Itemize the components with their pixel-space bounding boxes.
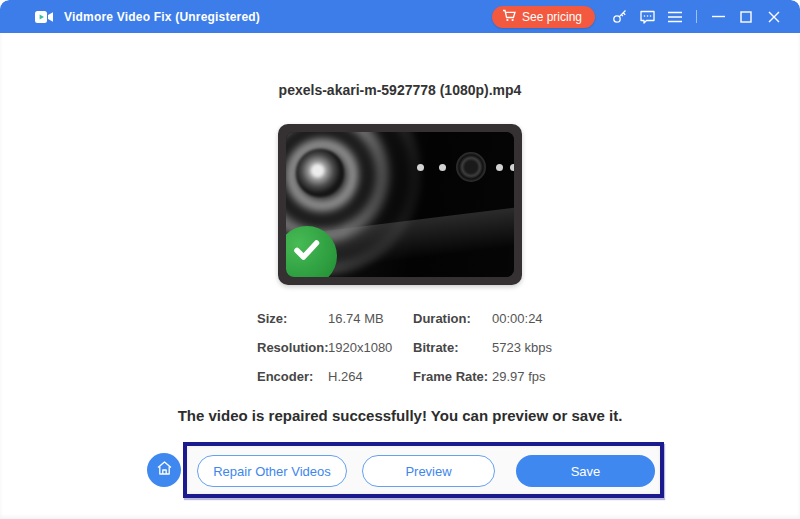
maximize-button[interactable]	[732, 5, 760, 29]
cart-icon	[502, 9, 516, 25]
feedback-icon[interactable]	[633, 5, 661, 29]
highlight-dot	[439, 164, 446, 171]
menu-icon[interactable]	[661, 5, 689, 29]
titlebar-divider	[696, 10, 697, 23]
video-filename: pexels-akari-m-5927778 (1080p).mp4	[0, 82, 800, 98]
meta-value: 16.74 MB	[328, 311, 413, 326]
meta-value: 5723 kbps	[492, 340, 567, 355]
meta-label: Resolution:	[257, 340, 328, 355]
titlebar-actions: See pricing	[492, 5, 788, 29]
app-window: Vidmore Video Fix (Unregistered) See pri…	[0, 0, 800, 519]
save-label: Save	[571, 464, 601, 479]
meta-value: H.264	[328, 369, 413, 384]
app-title: Vidmore Video Fix (Unregistered)	[64, 10, 260, 24]
meta-label: Size:	[257, 311, 328, 326]
success-message: The video is repaired successfully! You …	[0, 407, 800, 424]
meta-label: Duration:	[413, 311, 492, 326]
video-thumbnail	[278, 124, 522, 285]
meta-label: Encoder:	[257, 369, 328, 384]
metadata-row: Encoder: H.264 Frame Rate: 29.97 fps	[257, 362, 567, 391]
minimize-button[interactable]	[704, 5, 732, 29]
record-knob-art	[456, 152, 486, 182]
metadata-row: Resolution: 1920x1080 Bitrate: 5723 kbps	[257, 333, 567, 362]
title-bar: Vidmore Video Fix (Unregistered) See pri…	[0, 0, 800, 33]
video-thumbnail-image	[286, 132, 514, 277]
see-pricing-button[interactable]: See pricing	[492, 6, 595, 28]
see-pricing-label: See pricing	[522, 10, 582, 24]
meta-value: 29.97 fps	[492, 369, 567, 384]
home-button[interactable]	[147, 453, 181, 487]
save-button[interactable]: Save	[516, 455, 655, 487]
highlight-dot	[496, 164, 503, 171]
highlight-dot	[510, 164, 514, 171]
metadata-row: Size: 16.74 MB Duration: 00:00:24	[257, 304, 567, 333]
preview-label: Preview	[405, 464, 451, 479]
register-key-icon[interactable]	[605, 5, 633, 29]
meta-label: Bitrate:	[413, 340, 492, 355]
close-button[interactable]	[760, 5, 788, 29]
meta-value: 1920x1080	[328, 340, 413, 355]
repair-other-videos-label: Repair Other Videos	[213, 464, 331, 479]
meta-label: Frame Rate:	[413, 369, 492, 384]
repair-other-videos-button[interactable]: Repair Other Videos	[197, 455, 347, 487]
video-metadata: Size: 16.74 MB Duration: 00:00:24 Resolu…	[257, 304, 567, 391]
highlight-dot	[417, 164, 424, 171]
preview-button[interactable]: Preview	[362, 455, 495, 487]
app-logo-icon	[35, 10, 54, 24]
meta-value: 00:00:24	[492, 311, 567, 326]
home-icon	[156, 460, 173, 480]
